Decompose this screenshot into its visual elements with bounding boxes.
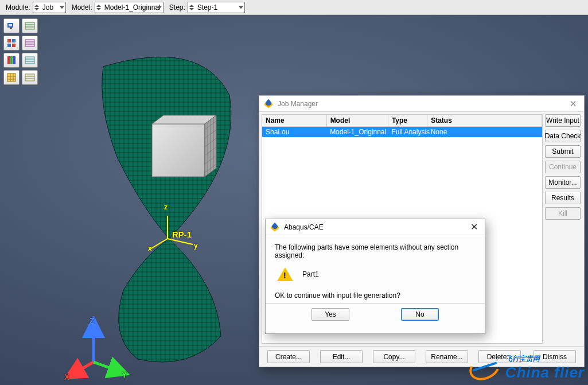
- svg-rect-28: [25, 40, 34, 46]
- svg-rect-26: [7, 44, 11, 47]
- svg-line-16: [73, 362, 94, 374]
- step-combo[interactable]: Step-1: [188, 2, 245, 13]
- svg-rect-25: [12, 39, 15, 42]
- step-label: Step:: [169, 3, 185, 11]
- triad-x-label: X: [64, 372, 69, 382]
- svg-rect-38: [25, 74, 34, 81]
- tool-btn-opt[interactable]: [22, 36, 38, 50]
- table-cell: Full Analysis: [388, 127, 427, 138]
- tool-btn-adaptivity[interactable]: [22, 18, 38, 33]
- watermark-swoosh-icon: [469, 356, 501, 379]
- svg-rect-27: [12, 44, 15, 47]
- submit-button[interactable]: Submit: [545, 145, 581, 158]
- job-table-header[interactable]: Status: [427, 115, 542, 127]
- svg-rect-31: [7, 56, 10, 64]
- no-button[interactable]: No: [401, 308, 439, 321]
- results-button[interactable]: Results: [545, 192, 581, 204]
- tool-btn-rgb[interactable]: [3, 53, 20, 68]
- chevron-down-icon: [239, 6, 243, 9]
- svg-line-17: [94, 362, 119, 371]
- section-warning-dialog: Abaqus/CAE ✕ The following parts have so…: [265, 219, 485, 334]
- dialog-part-name: Part1: [302, 270, 319, 278]
- tool-btn-table[interactable]: [22, 53, 38, 68]
- job-table-header[interactable]: Model: [326, 115, 388, 127]
- module-combo[interactable]: Job: [33, 2, 66, 13]
- job-table-header[interactable]: Name: [262, 115, 326, 127]
- copy-button[interactable]: Copy...: [373, 350, 415, 363]
- dialog-titlebar[interactable]: Abaqus/CAE ✕: [266, 219, 485, 235]
- dialog-message: The following parts have some elements w…: [275, 243, 476, 259]
- triad-z-label: Z: [89, 316, 95, 325]
- triad-y-label: Y: [122, 370, 127, 379]
- kill-button: Kill: [545, 207, 581, 220]
- job-manager-side-buttons: Write InputData CheckSubmitContinueMonit…: [543, 112, 584, 346]
- continue-button: Continue: [545, 161, 581, 173]
- tool-btn-job-manager[interactable]: [3, 18, 20, 33]
- axis-x-label: x: [148, 244, 152, 252]
- close-icon[interactable]: ✕: [468, 221, 480, 232]
- svg-rect-1: [152, 124, 205, 177]
- svg-rect-34: [25, 57, 34, 64]
- job-table-header[interactable]: Type: [388, 115, 427, 127]
- dialog-title: Abaqus/CAE: [284, 223, 324, 231]
- context-bar: Module: Job Model: Model-1_Originnal Ste…: [0, 0, 588, 15]
- edit-button[interactable]: Edit...: [320, 350, 363, 363]
- svg-rect-33: [13, 56, 15, 64]
- axis-z-label: z: [164, 203, 168, 211]
- model-combo[interactable]: Model-1_Originnal: [95, 2, 163, 13]
- table-row[interactable]: ShaLouModel-1_OriginnalFull AnalysisNone: [262, 127, 542, 138]
- tool-btn-grid[interactable]: [3, 70, 20, 85]
- workbench: RP-1 x y z Z X Y: [0, 15, 588, 385]
- monitor-button[interactable]: Monitor...: [545, 176, 581, 189]
- job-manager-title: Job Manager: [278, 100, 318, 108]
- tool-btn-cosim[interactable]: [3, 36, 20, 50]
- chevron-down-icon: [157, 6, 162, 9]
- svg-rect-20: [10, 28, 12, 29]
- table-cell: None: [427, 127, 542, 138]
- table-cell: ShaLou: [262, 127, 326, 138]
- job-manager-titlebar[interactable]: Job Manager ✕: [259, 96, 584, 112]
- abaqus-icon: [264, 99, 273, 108]
- watermark: 飞行宝贵网 China flier: [469, 354, 585, 382]
- svg-rect-19: [9, 24, 12, 26]
- svg-rect-21: [25, 22, 34, 29]
- write-input-button[interactable]: Write Input: [545, 114, 581, 127]
- data-check-button[interactable]: Data Check: [545, 130, 581, 142]
- rename-button[interactable]: Rename...: [426, 350, 468, 363]
- module-label: Module:: [6, 3, 30, 11]
- axis-y-label: y: [194, 242, 198, 250]
- create-button[interactable]: Create...: [267, 350, 310, 363]
- dialog-confirm-text: OK to continue with input file generatio…: [275, 291, 476, 300]
- module-toolbox: [3, 18, 38, 85]
- svg-rect-24: [7, 39, 11, 42]
- watermark-sub: 飞行宝贵网: [505, 355, 540, 363]
- svg-rect-32: [10, 56, 13, 64]
- close-icon[interactable]: ✕: [567, 99, 579, 109]
- reference-point-label: RP-1: [172, 230, 192, 239]
- svg-rect-37: [7, 73, 15, 81]
- tool-btn-matrix[interactable]: [22, 70, 38, 85]
- watermark-main: China flier: [505, 364, 585, 381]
- warning-icon: [277, 267, 293, 281]
- model-label: Model:: [72, 3, 92, 11]
- yes-button[interactable]: Yes: [311, 308, 349, 321]
- chevron-down-icon: [60, 6, 64, 9]
- abaqus-icon: [270, 223, 279, 232]
- table-cell: Model-1_Originnal: [326, 127, 388, 138]
